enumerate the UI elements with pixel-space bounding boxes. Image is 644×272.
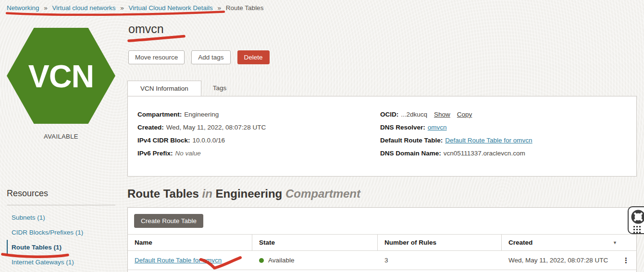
apps-grid-icon[interactable] bbox=[633, 226, 641, 233]
ocid-copy-link[interactable]: Copy bbox=[457, 111, 472, 118]
breadcrumb-separator: » bbox=[44, 4, 48, 12]
breadcrumb-virtual-cloud-networks[interactable]: Virtual cloud networks bbox=[52, 4, 116, 12]
info-label: Compartment: bbox=[137, 111, 182, 118]
breadcrumb-separator: » bbox=[120, 4, 124, 12]
info-value: Engineering bbox=[184, 111, 219, 118]
info-value: vcn05111337.oraclevcn.com bbox=[444, 150, 525, 157]
sidebar-item-label: Subnets (1) bbox=[12, 214, 45, 221]
info-label: OCID: bbox=[380, 111, 398, 118]
sidebar-item-label: Internet Gateways (1) bbox=[12, 259, 74, 266]
life-ring-icon[interactable] bbox=[631, 209, 644, 225]
section-title: Route Tables in Engineering Compartment bbox=[127, 187, 360, 201]
info-label: Created: bbox=[137, 124, 164, 131]
sidebar-item-internet-gateways[interactable]: Internet Gateways (1) bbox=[7, 255, 115, 270]
status-badge: AVAILABLE bbox=[7, 133, 115, 140]
created-value: Wed, May 11, 2022, 08:07:28 UTC bbox=[508, 257, 608, 264]
info-default-route-table: Default Route Table:Default Route Table … bbox=[380, 134, 533, 147]
vcn-hexagon-icon: VCN bbox=[7, 28, 115, 125]
ocid-show-link[interactable]: Show bbox=[434, 111, 450, 118]
delete-button[interactable]: Delete bbox=[237, 50, 270, 64]
section-title-in: in bbox=[202, 187, 212, 200]
info-value: No value bbox=[175, 150, 201, 157]
breadcrumb-vcn-details[interactable]: Virtual Cloud Network Details bbox=[128, 4, 212, 12]
vcn-icon-label: VCN bbox=[28, 59, 94, 94]
state-value: Available bbox=[268, 257, 295, 264]
sidebar-item-cidr-blocks[interactable]: CIDR Blocks/Prefixes (1) bbox=[7, 225, 115, 240]
add-tags-button[interactable]: Add tags bbox=[191, 50, 230, 64]
page-title: omvcn bbox=[128, 22, 164, 36]
tab-vcn-information[interactable]: VCN Information bbox=[127, 81, 201, 96]
info-ipv4-cidr: IPv4 CIDR Block:10.0.0.0/16 bbox=[137, 134, 266, 147]
info-value: Wed, May 11, 2022, 08:07:28 UTC bbox=[166, 124, 266, 131]
dns-resolver-link[interactable]: omvcn bbox=[428, 124, 447, 131]
column-header-rules[interactable]: Number of Rules bbox=[378, 235, 502, 250]
sidebar-item-label: CIDR Blocks/Prefixes (1) bbox=[12, 229, 83, 236]
info-label: DNS Resolver: bbox=[380, 124, 425, 131]
info-dns-resolver: DNS Resolver:omvcn bbox=[380, 121, 533, 134]
sort-descending-icon[interactable]: ▼ bbox=[613, 240, 617, 245]
section-title-suffix: Compartment bbox=[285, 187, 360, 200]
sidebar-item-route-tables[interactable]: Route Tables (1) bbox=[7, 240, 115, 255]
info-ocid: OCID:...2dkucqShowCopy bbox=[380, 108, 533, 121]
info-label: IPv6 Prefix: bbox=[137, 150, 173, 157]
info-value: 10.0.0.0/16 bbox=[193, 137, 225, 144]
ocid-value: ...2dkucq bbox=[401, 111, 427, 118]
breadcrumb: Networking » Virtual cloud networks » Vi… bbox=[7, 4, 263, 12]
action-buttons: Move resource Add tags Delete bbox=[128, 50, 270, 64]
floating-helper-widget bbox=[628, 206, 644, 234]
table-row: Default Route Table for omvcn Available … bbox=[128, 251, 636, 270]
sidebar-divider bbox=[7, 205, 115, 205]
sidebar-item-subnets[interactable]: Subnets (1) bbox=[7, 210, 115, 225]
move-resource-button[interactable]: Move resource bbox=[128, 50, 185, 64]
info-label: DNS Domain Name: bbox=[380, 150, 441, 157]
create-route-table-button[interactable]: Create Route Table bbox=[134, 214, 203, 228]
breadcrumb-route-tables: Route Tables bbox=[226, 4, 264, 12]
info-label: IPv4 CIDR Block: bbox=[137, 137, 190, 144]
column-header-created[interactable]: Created ▼ bbox=[502, 235, 636, 250]
annotation-breadcrumb-underline bbox=[7, 12, 224, 15]
info-dns-domain: DNS Domain Name:vcn05111337.oraclevcn.co… bbox=[380, 147, 533, 160]
tab-tags[interactable]: Tags bbox=[201, 81, 238, 96]
column-header-state[interactable]: State bbox=[252, 235, 378, 250]
info-created: Created:Wed, May 11, 2022, 08:07:28 UTC bbox=[137, 121, 266, 134]
detail-tabs: VCN Information Tags bbox=[127, 81, 238, 96]
resources-sidebar: Resources Subnets (1) CIDR Blocks/Prefix… bbox=[7, 189, 115, 270]
sidebar-item-label: Route Tables (1) bbox=[12, 244, 62, 251]
resources-heading: Resources bbox=[7, 189, 115, 199]
section-title-main: Route Tables bbox=[127, 187, 199, 200]
breadcrumb-networking[interactable]: Networking bbox=[7, 4, 39, 12]
available-status-icon bbox=[259, 258, 264, 263]
rules-count: 3 bbox=[384, 257, 388, 264]
info-label: Default Route Table: bbox=[380, 137, 443, 144]
kebab-menu-icon[interactable]: ⋮ bbox=[622, 257, 630, 264]
column-header-name[interactable]: Name bbox=[128, 235, 252, 250]
info-compartment: Compartment:Engineering bbox=[137, 108, 266, 121]
default-route-table-link[interactable]: Default Route Table for omvcn bbox=[445, 137, 532, 144]
table-header-row: Name State Number of Rules Created ▼ bbox=[128, 234, 636, 251]
breadcrumb-separator: » bbox=[218, 4, 222, 12]
section-title-compartment: Engineering bbox=[216, 187, 283, 200]
route-tables-card: Create Route Table Name State Number of … bbox=[127, 207, 637, 272]
column-header-label: Created bbox=[508, 239, 533, 246]
vcn-information-panel: Compartment:Engineering Created:Wed, May… bbox=[127, 96, 637, 177]
route-table-link[interactable]: Default Route Table for omvcn bbox=[135, 257, 222, 264]
info-ipv6-prefix: IPv6 Prefix:No value bbox=[137, 147, 266, 160]
annotation-title-underline bbox=[129, 36, 184, 41]
